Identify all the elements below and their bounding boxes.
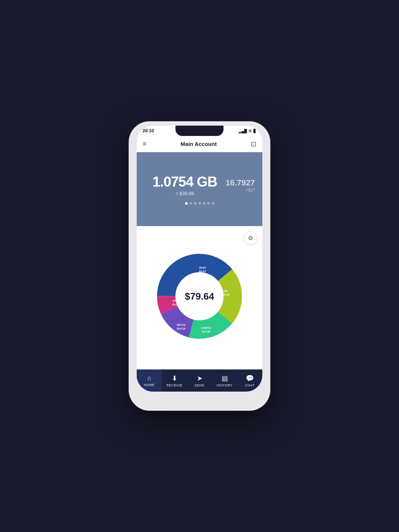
chart-area: ⚙ [137,226,262,369]
send-icon: ➤ [197,374,202,382]
label-iaug: IAUG [199,266,206,269]
chart-total: $79.64 [185,291,214,302]
wifi-icon: ⌘ [248,129,252,133]
nav-send[interactable]: ➤ SEND [187,369,212,392]
home-icon: ⌂ [147,374,151,382]
gear-icon: ⚙ [248,235,253,242]
app-header: ≡ Main Account ⊡ [137,136,262,152]
nav-home-label: HOME [144,383,155,387]
nav-history[interactable]: ▤ HISTORY [212,369,237,392]
dot-3[interactable] [194,202,197,205]
chat-icon: 💬 [246,374,254,382]
label-iusdv2: IUSDV2 [201,326,211,330]
menu-icon[interactable]: ≡ [143,140,147,148]
header-title: Main Account [181,141,217,147]
balance-secondary: 16.7927 ≈$17 [225,178,255,192]
nav-receive[interactable]: ⬇ RECEIVE [162,369,187,392]
dot-5[interactable] [203,202,205,205]
status-icons: ▂▄█ ⌘ ▊ [239,129,256,133]
signal-icon: ▂▄█ [239,129,247,133]
label-ibitv2: IBITV2 [177,323,185,327]
secondary-balance-usd: ≈$17 [225,188,255,192]
settings-button[interactable]: ⚙ [244,231,257,245]
carousel-dots [185,202,214,205]
dot-2[interactable] [190,202,192,205]
primary-balance-usd: ≈ $30.86 [144,191,225,196]
label-iusdv2-value: $17.56 [202,330,211,333]
nav-home[interactable]: ⌂ HOME [137,369,162,392]
dot-4[interactable] [198,202,201,205]
nav-receive-label: RECEIVE [166,383,182,387]
label-gb: GB [223,289,228,293]
bottom-nav: ⌂ HOME ⬇ RECEIVE ➤ SEND ▤ HISTORY 💬 CHAT [137,369,262,392]
notch [175,126,224,136]
receive-icon: ⬇ [172,374,177,382]
secondary-balance-amount: 16.7927 [225,178,255,188]
nav-chat[interactable]: 💬 CHAT [237,369,262,392]
phone-screen: 20:10 ▂▄█ ⌘ ▊ ≡ Main Account ⊡ 1.0754 GB… [137,126,262,392]
nav-chat-label: CHAT [245,383,255,387]
donut-chart: GB $30.86 IUSDV2 $17.56 IBITV2 $14.19 IT… [151,248,248,344]
nav-send-label: SEND [194,383,204,387]
label-ibitv2-value: $14.19 [177,327,185,330]
dot-1[interactable] [185,202,188,205]
balance-card: 1.0754 GB ≈ $30.86 16.7927 ≈$17 [137,152,262,226]
dot-7[interactable] [212,202,214,205]
balance-primary: 1.0754 GB ≈ $30.86 [144,174,225,196]
primary-balance-amount: 1.0754 GB [144,174,225,190]
status-time: 20:10 [143,128,154,133]
nav-history-label: HISTORY [216,383,232,387]
phone-frame: 20:10 ▂▄█ ⌘ ▊ ≡ Main Account ⊡ 1.0754 GB… [129,122,270,410]
history-icon: ▤ [222,374,228,382]
dot-6[interactable] [207,202,210,205]
battery-icon: ▊ [253,129,256,133]
qr-icon[interactable]: ⊡ [251,140,256,148]
